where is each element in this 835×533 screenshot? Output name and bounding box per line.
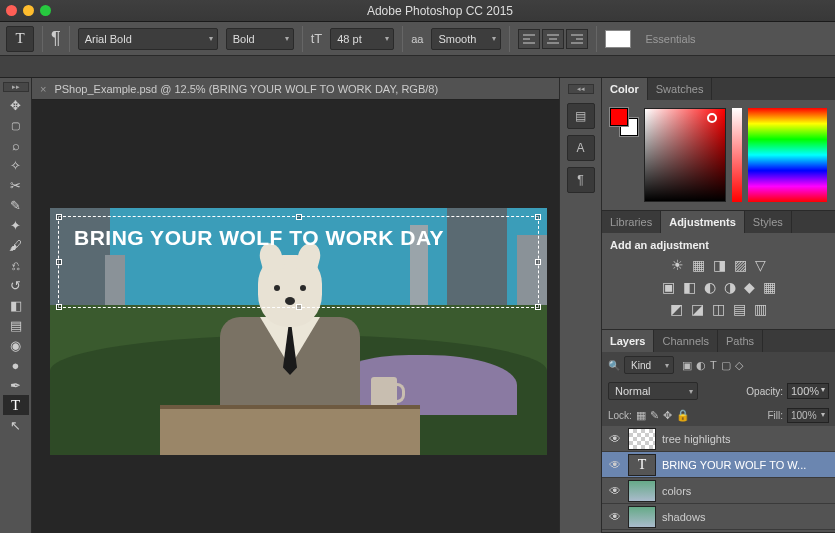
layer-row[interactable]: 👁colors xyxy=(602,478,835,504)
type-tool[interactable]: T xyxy=(3,395,29,415)
character-panel-icon[interactable]: A xyxy=(567,135,595,161)
lock-icon[interactable]: ✎ xyxy=(650,409,659,422)
brush-tool[interactable]: 🖌 xyxy=(3,235,29,255)
transform-handle[interactable] xyxy=(56,259,62,265)
adjustment-icon[interactable]: ▥ xyxy=(754,301,767,317)
layer-thumbnail[interactable] xyxy=(628,506,656,528)
color-picker-indicator[interactable] xyxy=(707,113,717,123)
marquee-tool[interactable]: ▢ xyxy=(3,115,29,135)
move-tool[interactable]: ✥ xyxy=(3,95,29,115)
adjustment-icon[interactable]: ◧ xyxy=(683,279,696,295)
paragraph-direction-icon[interactable]: ¶ xyxy=(51,28,61,49)
align-left-button[interactable] xyxy=(518,29,540,49)
adjustment-icon[interactable]: ◪ xyxy=(691,301,704,317)
text-color-swatch[interactable] xyxy=(605,30,631,48)
transform-handle[interactable] xyxy=(535,304,541,310)
layer-name[interactable]: colors xyxy=(662,485,829,497)
dock-expand-button[interactable]: ◂◂ xyxy=(568,84,594,94)
tab-adjustments[interactable]: Adjustments xyxy=(661,211,745,233)
adjustment-icon[interactable]: ▦ xyxy=(763,279,776,295)
adjustment-icon[interactable]: ◆ xyxy=(744,279,755,295)
gradient-tool[interactable]: ▤ xyxy=(3,315,29,335)
adjustment-icon[interactable]: ▤ xyxy=(733,301,746,317)
tab-color[interactable]: Color xyxy=(602,78,648,100)
font-family-dropdown[interactable]: Arial Bold xyxy=(78,28,218,50)
align-center-button[interactable] xyxy=(542,29,564,49)
healing-brush-tool[interactable]: ✦ xyxy=(3,215,29,235)
layer-filter-icon[interactable]: T xyxy=(710,359,717,372)
layer-filter-icon[interactable]: ▣ xyxy=(682,359,692,372)
lock-icon[interactable]: ✥ xyxy=(663,409,672,422)
zoom-window-button[interactable] xyxy=(40,5,51,16)
transform-handle[interactable] xyxy=(535,259,541,265)
transform-handle[interactable] xyxy=(56,214,62,220)
current-tool-indicator[interactable]: T xyxy=(6,26,34,52)
blur-tool[interactable]: ◉ xyxy=(3,335,29,355)
layer-filter-icon[interactable]: ◇ xyxy=(735,359,743,372)
hue-slider[interactable] xyxy=(748,108,828,202)
saturation-slider[interactable] xyxy=(732,108,742,202)
layer-visibility-icon[interactable]: 👁 xyxy=(608,458,622,472)
paragraph-panel-icon[interactable]: ¶ xyxy=(567,167,595,193)
tab-swatches[interactable]: Swatches xyxy=(648,78,713,100)
lock-icon[interactable]: ▦ xyxy=(636,409,646,422)
align-right-button[interactable] xyxy=(566,29,588,49)
adjustment-icon[interactable]: ☀ xyxy=(671,257,684,273)
document-tab[interactable]: × PShop_Example.psd @ 12.5% (BRING YOUR … xyxy=(32,78,559,100)
layer-name[interactable]: shadows xyxy=(662,511,829,523)
pen-tool[interactable]: ✒ xyxy=(3,375,29,395)
crop-tool[interactable]: ✂ xyxy=(3,175,29,195)
adjustment-icon[interactable]: ▣ xyxy=(662,279,675,295)
lasso-tool[interactable]: ⌕ xyxy=(3,135,29,155)
canvas[interactable]: BRING YOUR WOLF TO WORK DAY xyxy=(50,208,547,455)
dodge-tool[interactable]: ● xyxy=(3,355,29,375)
history-panel-icon[interactable]: ▤ xyxy=(567,103,595,129)
layer-row[interactable]: 👁shadows xyxy=(602,504,835,530)
transform-handle[interactable] xyxy=(56,304,62,310)
layer-visibility-icon[interactable]: 👁 xyxy=(608,510,622,524)
font-style-dropdown[interactable]: Bold xyxy=(226,28,294,50)
layer-filter-icon[interactable]: ▢ xyxy=(721,359,731,372)
fgbg-swatches[interactable] xyxy=(610,108,638,136)
layer-thumbnail[interactable] xyxy=(628,428,656,450)
adjustment-icon[interactable]: ◫ xyxy=(712,301,725,317)
history-brush-tool[interactable]: ↺ xyxy=(3,275,29,295)
tab-channels[interactable]: Channels xyxy=(654,330,717,352)
color-field[interactable] xyxy=(644,108,726,202)
transform-handle[interactable] xyxy=(296,214,302,220)
layer-name[interactable]: tree highlights xyxy=(662,433,829,445)
layer-visibility-icon[interactable]: 👁 xyxy=(608,484,622,498)
layer-thumbnail[interactable] xyxy=(628,480,656,502)
adjustment-icon[interactable]: ▽ xyxy=(755,257,766,273)
font-size-dropdown[interactable]: 48 pt xyxy=(330,28,394,50)
minimize-window-button[interactable] xyxy=(23,5,34,16)
fill-input[interactable]: 100%▾ xyxy=(787,408,829,423)
adjustment-icon[interactable]: ◨ xyxy=(713,257,726,273)
opacity-input[interactable]: 100%▾ xyxy=(787,383,829,399)
foreground-color[interactable] xyxy=(610,108,628,126)
stamp-tool[interactable]: ⎌ xyxy=(3,255,29,275)
adjustment-icon[interactable]: ◩ xyxy=(670,301,683,317)
path-selection-tool[interactable]: ↖ xyxy=(3,415,29,435)
eyedropper-tool[interactable]: ✎ xyxy=(3,195,29,215)
adjustment-icon[interactable]: ◑ xyxy=(724,279,736,295)
tab-styles[interactable]: Styles xyxy=(745,211,792,233)
lock-icon[interactable]: 🔒 xyxy=(676,409,690,422)
layer-visibility-icon[interactable]: 👁 xyxy=(608,432,622,446)
antialias-dropdown[interactable]: Smooth xyxy=(431,28,501,50)
layer-thumbnail[interactable]: T xyxy=(628,454,656,476)
layer-name[interactable]: BRING YOUR WOLF TO W... xyxy=(662,459,829,471)
tools-expand-button[interactable]: ▸▸ xyxy=(3,82,29,92)
magic-wand-tool[interactable]: ✧ xyxy=(3,155,29,175)
layer-row[interactable]: 👁TBRING YOUR WOLF TO W... xyxy=(602,452,835,478)
layer-filter-kind[interactable]: Kind xyxy=(624,356,674,374)
adjustment-icon[interactable]: ▦ xyxy=(692,257,705,273)
tab-layers[interactable]: Layers xyxy=(602,330,654,352)
tab-libraries[interactable]: Libraries xyxy=(602,211,661,233)
layer-filter-icon[interactable]: ◐ xyxy=(696,359,706,372)
tab-paths[interactable]: Paths xyxy=(718,330,763,352)
close-window-button[interactable] xyxy=(6,5,17,16)
transform-bounding-box[interactable] xyxy=(58,216,539,308)
adjustment-icon[interactable]: ▨ xyxy=(734,257,747,273)
workspace-label[interactable]: Essentials xyxy=(645,33,695,45)
